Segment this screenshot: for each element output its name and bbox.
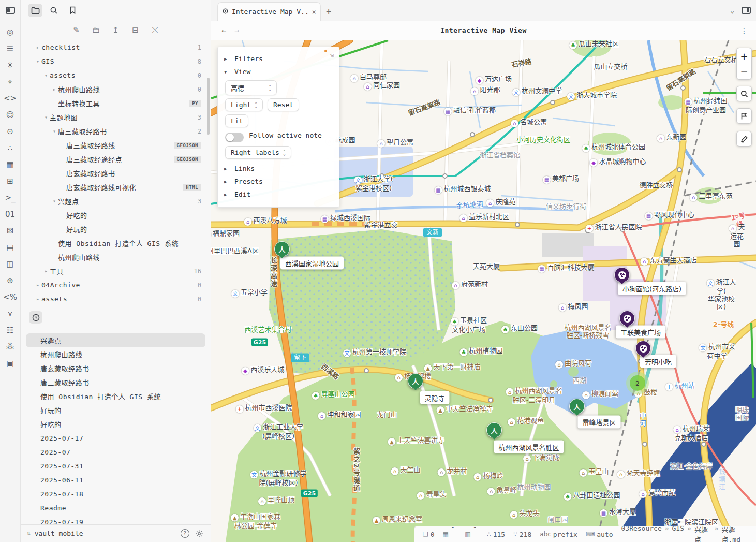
tree-folder[interactable]: ▸04Archive0 [21,278,211,292]
map-source-select[interactable]: 高德⌃⌄ [225,80,277,95]
recent-file-item[interactable]: 唐三藏取经路书 [26,375,205,389]
tree-file[interactable]: 坐标转换工具PY [21,96,211,110]
settings-gear-icon[interactable] [194,529,204,539]
section-filters[interactable]: ▶Filters [224,52,333,65]
tree-folder[interactable]: ▾assets0 [21,68,211,82]
section-links[interactable]: ▶Links [224,162,333,175]
labels-position-select[interactable]: Right labels⌃⌄ [225,146,291,159]
follow-active-note-toggle[interactable] [225,133,244,142]
collapse-all-button[interactable]: ⤬ [150,25,161,35]
recent-files-icon[interactable] [29,311,42,324]
fold-arrow-icon[interactable]: ▾ [51,128,58,134]
binary-icon[interactable]: 01 [5,209,16,219]
sort-button[interactable]: ↥ [110,25,122,35]
tree-file[interactable]: 杭州爬山路线 [21,250,211,264]
recent-file-item[interactable]: 2025-07-31 [26,459,205,473]
poi-marker-food[interactable] [635,341,651,356]
fit-button[interactable]: Fit [225,114,248,127]
code-icon[interactable]: <> [5,93,16,103]
tab-interactive-map[interactable]: Interactive Map V... × [217,2,321,21]
map-search-button[interactable] [736,86,752,101]
layout-list-icon[interactable]: ☰ [5,43,16,53]
auto-reveal-button[interactable]: ⊟ [130,25,141,35]
tree-folder[interactable]: ▾唐三藏取经路书2 [21,124,211,138]
zoom-out-button[interactable]: − [737,64,751,79]
tab-close-icon[interactable]: × [312,8,316,16]
tree-file[interactable]: 唐玄藏取经路线可视化HTML [21,180,211,194]
file-plus-icon[interactable]: ⊕ [5,275,16,285]
map-pin-icon[interactable]: ◎ [5,27,16,37]
file-search-icon[interactable]: ⊙ [5,126,16,136]
reset-button[interactable]: Reset [268,98,299,111]
recent-file-item[interactable]: Readme [26,501,205,515]
tree-file[interactable]: 唐三藏取经路线GEOJSON [21,138,211,152]
fold-arrow-icon[interactable]: ▸ [34,282,41,288]
nav-forward-icon[interactable]: → [234,26,239,35]
style-select[interactable]: Light⌃⌄ [225,98,263,111]
marker-label[interactable]: 雷峰塔景区 [577,416,620,429]
toggle-right-sidebar-icon[interactable] [742,7,751,14]
fork-icon[interactable]: ⋎ [5,309,16,318]
help-icon[interactable]: ? [180,529,190,539]
section-view[interactable]: ▼View [224,65,333,78]
tree-scrollbar[interactable] [207,78,210,135]
smiley-icon[interactable]: ☺ [5,110,16,120]
fold-arrow-icon[interactable]: ▾ [51,198,58,204]
tree-file[interactable]: 好玩的 [21,222,211,236]
zoom-in-button[interactable]: + [737,48,751,64]
status-image[interactable]: ▦--- [443,523,457,542]
search-icon[interactable] [47,4,61,17]
tree-file[interactable]: 唐玄藏取经路书 [21,166,211,180]
poi-marker-hiking[interactable]: 人 [486,422,502,438]
folder-icon[interactable] [28,4,42,17]
fold-arrow-icon[interactable]: ▸ [51,86,58,92]
newspaper-icon[interactable]: ☷ [5,325,16,335]
recent-file-item[interactable]: 2025-07-17 [26,431,205,445]
nav-back-icon[interactable]: ← [221,26,226,35]
wand-icon[interactable]: ⁂ [5,342,16,351]
marker-label[interactable]: 杭州西湖风景名胜区 [494,441,564,453]
recent-file-item[interactable]: 兴趣点 [26,333,205,347]
bookmark-icon[interactable] [65,4,80,17]
code-percent-icon[interactable]: <% [5,292,16,302]
tree-folder[interactable]: ▸checklist1 [21,40,211,54]
status-file[interactable]: ❏0 [423,523,435,542]
tree-file[interactable]: 好吃的 [21,208,211,222]
tree-folder[interactable]: ▸杭州爬山路线0 [21,82,211,96]
blocks-icon[interactable]: ◫ [5,259,16,269]
recent-file-item[interactable]: 杭州爬山路线 [26,347,205,361]
status-footprints[interactable]: ∵218 [513,523,531,542]
tree-folder[interactable]: ▾GIS8 [21,54,211,68]
panel-expand-icon[interactable]: ⇲ [330,51,334,59]
tab-list-chevron-icon[interactable]: ⌄ [730,7,734,14]
graph-icon[interactable]: ∴ [5,143,16,153]
telescope-icon[interactable]: ⌖ [5,77,16,86]
tree-file[interactable]: 唐三藏取经途经点GEOJSON [21,152,211,166]
tree-folder[interactable]: ▸工具16 [21,264,211,278]
marker-label[interactable]: 小狗面馆(河东路店) [618,282,686,295]
recent-file-item[interactable]: 唐玄藏取经路书 [26,361,205,375]
status-book[interactable]: ▥--- [465,523,479,542]
recent-file-item[interactable]: 2025-07 [26,445,205,459]
recent-file-item[interactable]: 2025-07-19 [26,515,205,524]
fold-arrow-icon[interactable]: ▸ [42,268,50,274]
calendar-icon[interactable]: ▦ [5,159,16,169]
calendar-check-icon[interactable]: ▣ [5,358,16,368]
status-keyboard[interactable]: ⌨auto [586,523,613,542]
tree-folder[interactable]: ▾主题地图3 [21,110,211,124]
tree-folder[interactable]: ▸assets0 [21,292,211,306]
tree-folder[interactable]: ▾兴趣点3 [21,194,211,208]
recent-file-item[interactable]: 2025-07-18 [26,487,205,501]
terminal-icon[interactable]: >_ [5,193,16,202]
recent-file-item[interactable]: 使用 Obsidian 打造个人 GIS 系统 [26,389,205,403]
fold-arrow-icon[interactable]: ▾ [42,72,50,78]
fold-arrow-icon[interactable]: ▾ [42,114,50,120]
new-tab-button[interactable]: + [321,2,336,21]
recent-file-item[interactable]: 好吃的 [26,417,205,431]
copy-icon[interactable]: ⊞ [5,176,16,186]
poi-marker-hiking[interactable]: 人 [274,241,290,257]
status-abc[interactable]: abcprefix [540,523,577,542]
section-edit[interactable]: ▶Edit [224,188,333,201]
recent-file-item[interactable]: 2025-06-11 [26,473,205,487]
new-note-button[interactable]: ✎ [71,25,82,35]
